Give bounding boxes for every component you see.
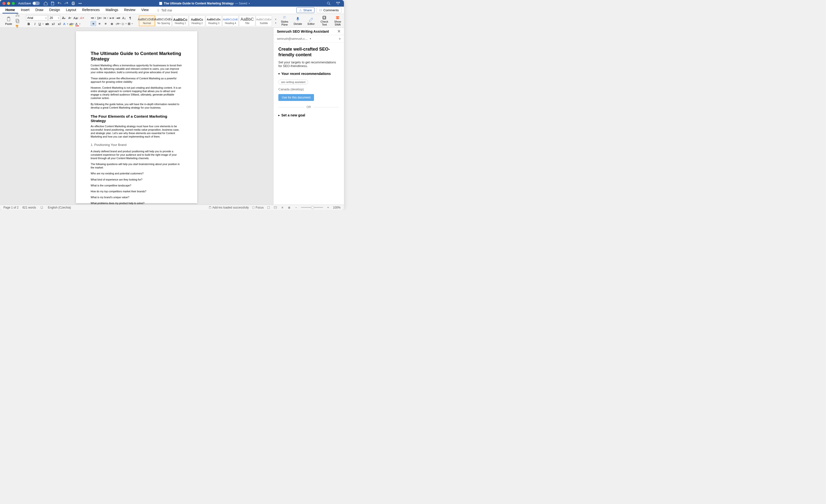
spellcheck-icon[interactable]	[40, 205, 44, 209]
more-icon[interactable]	[78, 1, 82, 6]
paste-button[interactable]: Paste	[3, 15, 14, 27]
sort-icon[interactable]: A↓	[121, 15, 127, 20]
dictate-button[interactable]: Dictate	[293, 15, 303, 27]
text-effects-icon[interactable]: A▾	[63, 21, 68, 26]
styles-pane-button[interactable]: Styles Pane	[279, 15, 290, 27]
italic-button[interactable]: I	[32, 21, 38, 26]
grow-font-icon[interactable]: A▴	[61, 15, 66, 20]
window-controls	[2, 2, 15, 5]
strike-button[interactable]: ab	[45, 21, 50, 26]
zoom-in-icon[interactable]: +	[326, 205, 330, 209]
font-name-selector[interactable]: Arial▾	[26, 15, 48, 21]
copy-icon[interactable]	[15, 18, 20, 23]
editor-button[interactable]: Editor	[306, 15, 316, 27]
panel-account[interactable]: semrush@semrush.c…	[277, 37, 308, 41]
zoom-level[interactable]: 100%	[333, 206, 341, 209]
share-button[interactable]: Share	[296, 7, 314, 13]
style-title[interactable]: AaBbCTitle	[239, 15, 255, 26]
save-icon[interactable]	[50, 1, 55, 6]
subscript-button[interactable]: x2	[51, 21, 56, 26]
print-icon[interactable]	[71, 1, 75, 6]
style-subtitle[interactable]: AaBbCcDdEeSubtitle	[256, 15, 272, 26]
style-heading-1[interactable]: AaBbCcHeading 1	[172, 15, 188, 26]
numbering-icon[interactable]: 1≡▾	[97, 15, 102, 20]
font-color-icon[interactable]: A▾	[75, 21, 80, 26]
view-web-icon[interactable]	[274, 205, 277, 209]
multilevel-icon[interactable]: ⁝≡▾	[103, 15, 108, 20]
recommendation-meta: Canada (desktop)	[278, 87, 339, 91]
style-no-spacing[interactable]: AaBbCcDdEeNo Spacing	[156, 15, 172, 26]
home-icon[interactable]	[44, 1, 48, 6]
redo-icon[interactable]	[64, 1, 68, 6]
status-page[interactable]: Page 1 of 2	[3, 206, 18, 209]
status-language[interactable]: English (Czechia)	[48, 206, 71, 209]
panel-title: Semrush SEO Writing Assistant	[277, 29, 329, 34]
title-chevron-icon[interactable]: ▾	[249, 2, 250, 5]
tab-references[interactable]: References	[79, 7, 103, 13]
align-left-icon[interactable]: ≡	[91, 21, 96, 26]
account-chevron-icon[interactable]: ▾	[310, 37, 311, 40]
maximize-window[interactable]	[12, 2, 15, 5]
svg-rect-13	[16, 20, 19, 23]
styles-more-icon[interactable]: ‹›	[275, 15, 277, 26]
recommendation-tag[interactable]: seo writing assistant	[278, 79, 308, 84]
highlight-icon[interactable]: ab▾	[69, 21, 74, 26]
tab-layout[interactable]: Layout	[63, 7, 79, 13]
style-heading-4[interactable]: AaBbCcDdEHeading 4	[222, 15, 239, 26]
check-text-button[interactable]: LT Check Text	[319, 15, 330, 27]
minimize-window[interactable]	[7, 2, 10, 5]
bullets-icon[interactable]: •≡▾	[91, 15, 96, 20]
panel-menu-icon[interactable]: ≡	[339, 37, 341, 41]
borders-icon[interactable]: ⊞▾	[127, 21, 133, 26]
superscript-button[interactable]: x2	[57, 21, 62, 26]
comments-button[interactable]: Comments	[316, 7, 342, 13]
ribbon-toggle-icon[interactable]	[336, 1, 340, 6]
close-window[interactable]	[2, 2, 5, 5]
tab-view[interactable]: View	[138, 7, 152, 13]
cut-icon[interactable]	[15, 12, 20, 17]
tab-mailings[interactable]: Mailings	[103, 7, 121, 13]
panel-close-icon[interactable]: ✕	[337, 29, 341, 34]
tell-me[interactable]: Tell me	[157, 8, 172, 12]
show-marks-icon[interactable]: ¶	[127, 15, 133, 20]
recent-recommendations-toggle[interactable]: ▾ Your recent recommendations	[278, 72, 339, 76]
document-canvas[interactable]: The Ultimate Guide to Content Marketing …	[0, 28, 273, 205]
show-swa-button[interactable]: Show SWA	[333, 15, 343, 27]
view-print-icon[interactable]	[267, 205, 271, 209]
align-center-icon[interactable]: ≡	[97, 21, 102, 26]
underline-button[interactable]: U▾	[38, 21, 44, 26]
svg-rect-24	[274, 206, 277, 208]
tab-review[interactable]: Review	[121, 7, 138, 13]
outdent-icon[interactable]: ⇤≡	[109, 15, 115, 20]
font-size-selector[interactable]: 20▾	[48, 15, 60, 21]
doc-q: What is the competitive landscape?	[91, 184, 183, 187]
view-outline-icon[interactable]: ≡	[280, 205, 284, 209]
indent-icon[interactable]: ⇥≡	[115, 15, 121, 20]
style-normal[interactable]: AaBbCcDdEeNormal	[139, 15, 155, 26]
focus-button[interactable]: Focus	[252, 206, 264, 209]
change-case-icon[interactable]: Aa▾	[73, 15, 79, 20]
use-document-button[interactable]: Use for this document	[278, 94, 314, 101]
bold-button[interactable]: B	[26, 21, 32, 26]
autosave-toggle[interactable]	[33, 1, 40, 5]
align-right-icon[interactable]: ≡	[103, 21, 108, 26]
shading-icon[interactable]: ◇▾	[121, 21, 127, 26]
line-spacing-icon[interactable]: ↕≡▾	[115, 21, 121, 26]
status-addins[interactable]: Add-ins loaded successfully	[209, 206, 249, 209]
style-heading-3[interactable]: AaBbCcDcHeading 3	[205, 15, 222, 26]
shrink-font-icon[interactable]: A▾	[67, 15, 72, 20]
set-new-goal-toggle[interactable]: ▸ Set a new goal	[278, 113, 339, 117]
style-heading-2[interactable]: AaBbCcHeading 2	[189, 15, 205, 26]
justify-icon[interactable]: ≣	[109, 21, 115, 26]
undo-icon[interactable]	[57, 1, 62, 6]
document-page[interactable]: The Ultimate Guide to Content Marketing …	[76, 31, 197, 203]
zoom-slider[interactable]	[301, 207, 323, 208]
tab-draw[interactable]: Draw	[33, 7, 47, 13]
doc-p: By following the guide below, you will h…	[91, 103, 183, 109]
tab-design[interactable]: Design	[47, 7, 63, 13]
search-icon[interactable]	[327, 1, 331, 6]
view-draft-icon[interactable]: ≣	[287, 205, 291, 209]
status-words[interactable]: 621 words	[22, 206, 36, 209]
clear-format-icon[interactable]: A✕	[79, 15, 85, 20]
zoom-out-icon[interactable]: −	[294, 205, 298, 209]
